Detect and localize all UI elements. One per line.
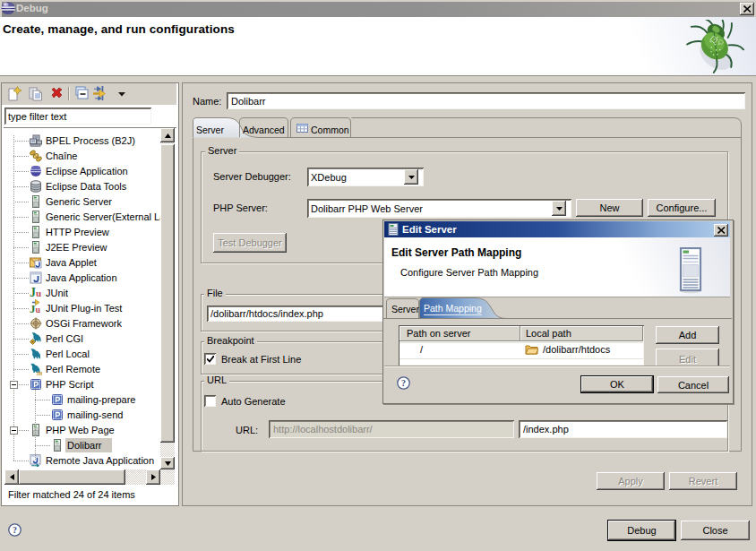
svg-text:JB: JB xyxy=(37,371,43,375)
svg-text:?: ? xyxy=(401,378,406,388)
svg-text:?: ? xyxy=(13,525,17,535)
